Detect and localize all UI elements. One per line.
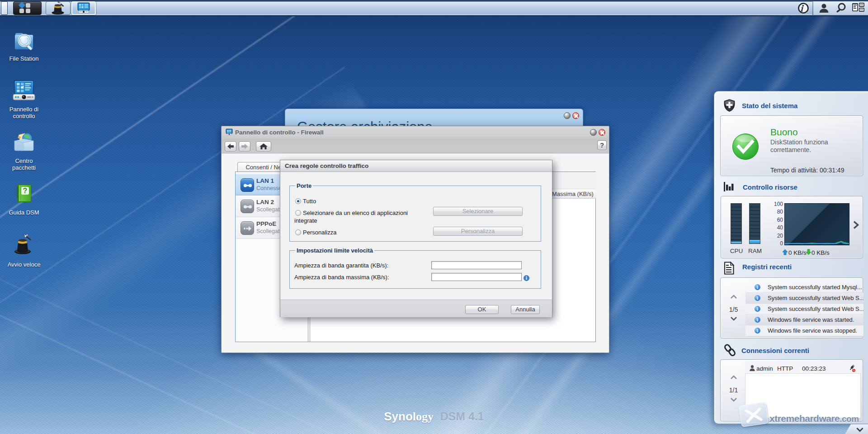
svg-text:?: ? xyxy=(23,187,28,195)
